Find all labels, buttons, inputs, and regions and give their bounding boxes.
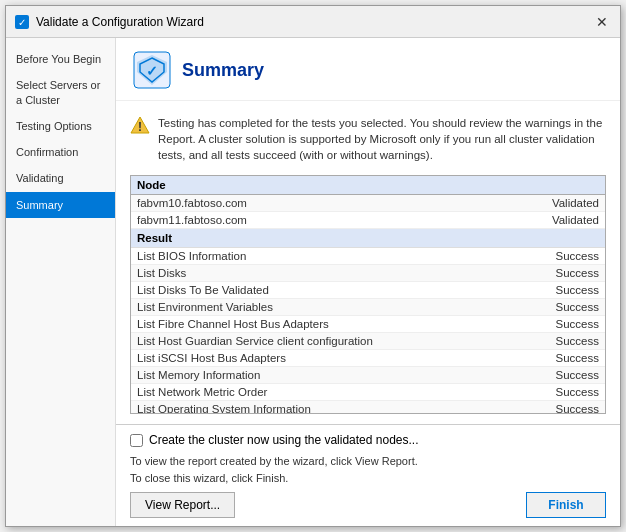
sidebar-item-select-servers[interactable]: Select Servers or a Cluster bbox=[6, 72, 115, 113]
sidebar-item-summary[interactable]: Summary bbox=[6, 192, 115, 218]
main-content: ✓ Summary ! Testing has completed for th… bbox=[116, 38, 620, 526]
view-report-button[interactable]: View Report... bbox=[130, 492, 235, 518]
page-header: ✓ Summary bbox=[116, 38, 620, 101]
header-wizard-icon: ✓ bbox=[132, 50, 172, 90]
table-row: fabvm11.fabtoso.com Validated bbox=[131, 212, 605, 229]
results-table[interactable]: Node fabvm10.fabtoso.com Validated fabvm… bbox=[130, 175, 606, 414]
svg-text:✓: ✓ bbox=[18, 17, 26, 28]
table-row: List Disks To Be ValidatedSuccess bbox=[131, 282, 605, 299]
svg-text:✓: ✓ bbox=[146, 63, 158, 79]
result-rows-container: List BIOS InformationSuccessList DisksSu… bbox=[131, 248, 605, 414]
node-section-header: Node bbox=[131, 176, 605, 195]
wizard-body: Before You Begin Select Servers or a Clu… bbox=[6, 38, 620, 526]
svg-text:!: ! bbox=[138, 120, 142, 134]
create-cluster-label[interactable]: Create the cluster now using the validat… bbox=[149, 433, 419, 447]
create-cluster-checkbox[interactable] bbox=[130, 434, 143, 447]
warning-text: Testing has completed for the tests you … bbox=[158, 115, 606, 163]
content-area: ! Testing has completed for the tests yo… bbox=[116, 101, 620, 424]
sidebar-item-confirmation[interactable]: Confirmation bbox=[6, 139, 115, 165]
table-row: List Network Metric OrderSuccess bbox=[131, 384, 605, 401]
table-row: List Environment VariablesSuccess bbox=[131, 299, 605, 316]
sidebar-item-validating[interactable]: Validating bbox=[6, 165, 115, 191]
table-row: List Host Guardian Service client config… bbox=[131, 333, 605, 350]
sidebar: Before You Begin Select Servers or a Clu… bbox=[6, 38, 116, 526]
title-bar: ✓ Validate a Configuration Wizard ✕ bbox=[6, 6, 620, 38]
table-row: List Fibre Channel Host Bus AdaptersSucc… bbox=[131, 316, 605, 333]
footer-text: To view the report created by the wizard… bbox=[130, 453, 606, 486]
footer-area: Create the cluster now using the validat… bbox=[116, 424, 620, 526]
window-title: Validate a Configuration Wizard bbox=[36, 15, 204, 29]
warning-box: ! Testing has completed for the tests yo… bbox=[130, 111, 606, 167]
close-button[interactable]: ✕ bbox=[592, 12, 612, 32]
checkbox-row: Create the cluster now using the validat… bbox=[130, 433, 606, 447]
table-row: fabvm10.fabtoso.com Validated bbox=[131, 195, 605, 212]
table-row: List Operating System InformationSuccess bbox=[131, 401, 605, 414]
table-row: List BIOS InformationSuccess bbox=[131, 248, 605, 265]
page-title: Summary bbox=[182, 60, 264, 81]
title-bar-left: ✓ Validate a Configuration Wizard bbox=[14, 14, 204, 30]
finish-button[interactable]: Finish bbox=[526, 492, 606, 518]
wizard-window: ✓ Validate a Configuration Wizard ✕ Befo… bbox=[5, 5, 621, 527]
footer-buttons: View Report... Finish bbox=[130, 492, 606, 518]
table-row: List iSCSI Host Bus AdaptersSuccess bbox=[131, 350, 605, 367]
table-row: List DisksSuccess bbox=[131, 265, 605, 282]
table-row: List Memory InformationSuccess bbox=[131, 367, 605, 384]
result-section-header: Result bbox=[131, 229, 605, 248]
sidebar-item-before-you-begin[interactable]: Before You Begin bbox=[6, 46, 115, 72]
wizard-small-icon: ✓ bbox=[14, 14, 30, 30]
sidebar-item-testing-options[interactable]: Testing Options bbox=[6, 113, 115, 139]
warning-icon: ! bbox=[130, 115, 150, 135]
